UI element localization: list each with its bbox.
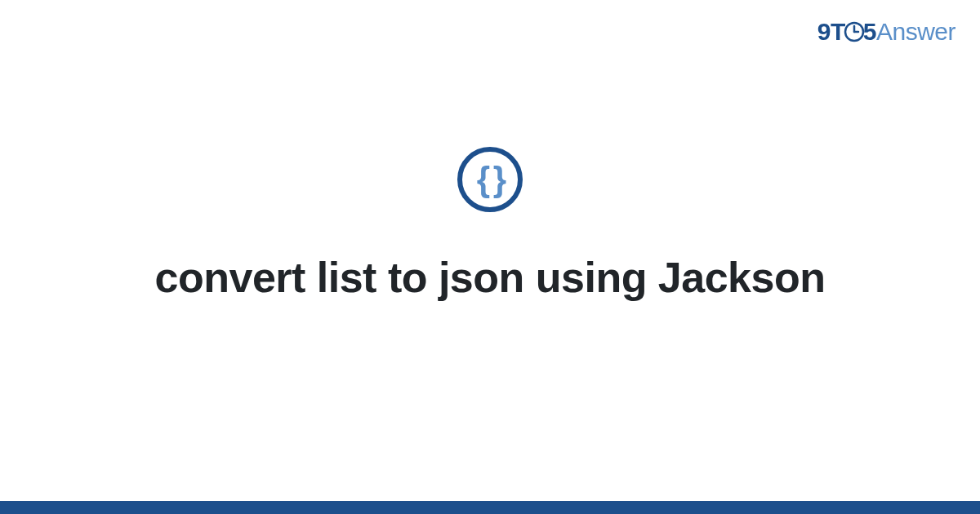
bottom-accent-bar [0, 501, 980, 514]
content-inner: { } convert list to json using Jackson [155, 147, 826, 302]
topic-icon-circle: { } [457, 147, 523, 212]
page-title: convert list to json using Jackson [155, 253, 826, 302]
braces-icon: { } [477, 162, 503, 197]
main-content: { } convert list to json using Jackson [0, 0, 980, 514]
